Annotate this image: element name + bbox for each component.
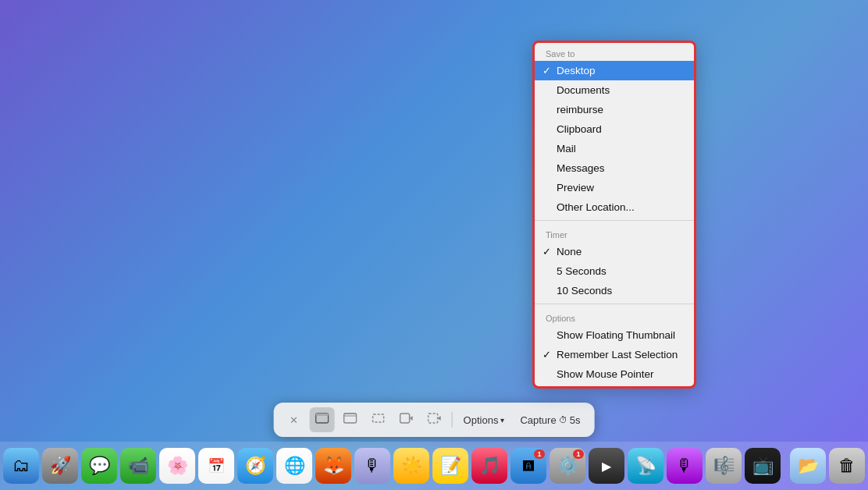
dock-icon-launchpad[interactable]: 🚀 — [42, 448, 78, 484]
systemprefs-badge: 1 — [573, 449, 584, 459]
dock-icon-appstore[interactable]: 🅰 1 — [510, 448, 546, 484]
close-icon: ✕ — [290, 414, 298, 426]
dock: 🗂 🚀 💬 📹 🌸 📅 🧭 🌐 🦊 🎙 ☀️ 📝 🎵 🅰 1 ⚙️ 1 ▶ 📡 … — [0, 442, 868, 490]
svg-rect-1 — [316, 414, 329, 416]
toolbar-separator — [452, 412, 453, 428]
checkmark-icon: ✓ — [542, 65, 551, 76]
timer-label: Timer — [535, 224, 694, 242]
chevron-down-icon: ▾ — [500, 416, 504, 424]
menu-item-clipboard[interactable]: Clipboard — [535, 119, 694, 139]
menu-item-messages[interactable]: Messages — [535, 158, 694, 178]
menu-item-documents[interactable]: Documents — [535, 80, 694, 100]
fullscreen-icon — [315, 413, 329, 427]
dock-icon-podcast[interactable]: 🎙 — [667, 448, 703, 484]
dock-icon-chrome[interactable]: 🌐 — [276, 448, 312, 484]
area-record-button[interactable] — [422, 407, 447, 432]
menu-item-10-seconds[interactable]: 10 Seconds — [535, 281, 694, 300]
window-icon — [343, 413, 358, 427]
dock-icon-safari[interactable]: 🧭 — [237, 448, 273, 484]
menu-item-5-seconds[interactable]: 5 Seconds — [535, 261, 694, 281]
menu-item-other-location[interactable]: Other Location... — [535, 197, 694, 217]
capture-label: Capture — [520, 414, 556, 426]
checkmark-none-icon: ✓ — [542, 246, 551, 257]
divider-2 — [535, 304, 694, 304]
close-button[interactable]: ✕ — [282, 407, 307, 432]
dock-icon-facetime[interactable]: 📹 — [120, 448, 156, 484]
dock-icon-calendar[interactable]: 📅 — [198, 448, 234, 484]
screen-record-icon — [400, 413, 414, 427]
menu-item-reimburse[interactable]: reimburse — [535, 100, 694, 119]
options-label: Options — [464, 414, 499, 426]
menu-item-show-mouse-pointer[interactable]: Show Mouse Pointer — [535, 364, 694, 386]
checkmark-remember-icon: ✓ — [542, 349, 551, 360]
dock-icon-notes[interactable]: 📝 — [432, 448, 468, 484]
menu-item-desktop[interactable]: ✓ Desktop — [535, 61, 694, 80]
selection-icon — [372, 413, 386, 427]
screenshot-toolbar: ✕ — [274, 403, 595, 437]
dock-icon-messages[interactable]: 💬 — [81, 448, 117, 484]
full-screen-button[interactable] — [310, 407, 335, 432]
dock-icon-brightness[interactable]: ☀️ — [393, 448, 429, 484]
menu-item-remember-last-selection[interactable]: ✓ Remember Last Selection — [535, 345, 694, 364]
options-button[interactable]: Options ▾ — [457, 411, 511, 429]
svg-rect-2 — [344, 414, 357, 423]
screen-record-button[interactable] — [394, 407, 419, 432]
menu-item-none[interactable]: ✓ None — [535, 242, 694, 261]
menu-item-preview[interactable]: Preview — [535, 178, 694, 197]
svg-rect-4 — [373, 414, 384, 422]
dock-icon-airdrop[interactable]: 📡 — [628, 448, 663, 484]
svg-rect-5 — [400, 414, 410, 423]
area-record-icon — [428, 413, 442, 427]
window-button[interactable] — [338, 407, 363, 432]
dock-icon-system-prefs[interactable]: ⚙️ 1 — [550, 448, 585, 484]
timer-icon: ⏱ — [559, 415, 567, 424]
dock-icon-trash[interactable]: 🗑 — [829, 448, 865, 484]
dock-icon-iina[interactable]: ▶ — [589, 448, 624, 484]
desktop: Save to ✓ Desktop Documents reimburse Cl… — [0, 0, 868, 490]
dock-icon-tv[interactable]: 📺 — [745, 448, 781, 484]
capture-button[interactable]: Capture ⏱ 5s — [514, 411, 586, 429]
dock-icon-siri[interactable]: 🎙 — [354, 448, 390, 484]
menu-item-show-floating-thumbnail[interactable]: Show Floating Thumbnail — [535, 325, 694, 345]
dock-icon-finder[interactable]: 🗂 — [3, 448, 39, 484]
options-label: Options — [535, 307, 694, 325]
dock-icon-music[interactable]: 🎵 — [471, 448, 507, 484]
dock-icon-music2[interactable]: 🎼 — [706, 448, 742, 484]
divider-1 — [535, 220, 694, 221]
dock-icon-firefox[interactable]: 🦊 — [315, 448, 351, 484]
appstore-badge: 1 — [534, 449, 545, 459]
save-to-label: Save to — [535, 43, 694, 61]
svg-rect-3 — [344, 414, 357, 416]
svg-rect-7 — [429, 414, 438, 423]
svg-marker-8 — [438, 416, 441, 421]
timer-value: 5s — [570, 414, 581, 426]
menu-item-mail[interactable]: Mail — [535, 139, 694, 158]
selection-button[interactable] — [366, 407, 391, 432]
dropdown-menu: Save to ✓ Desktop Documents reimburse Cl… — [532, 41, 696, 389]
dock-icon-photos[interactable]: 🌸 — [159, 448, 195, 484]
dock-icon-downloads[interactable]: 📂 — [790, 448, 826, 484]
